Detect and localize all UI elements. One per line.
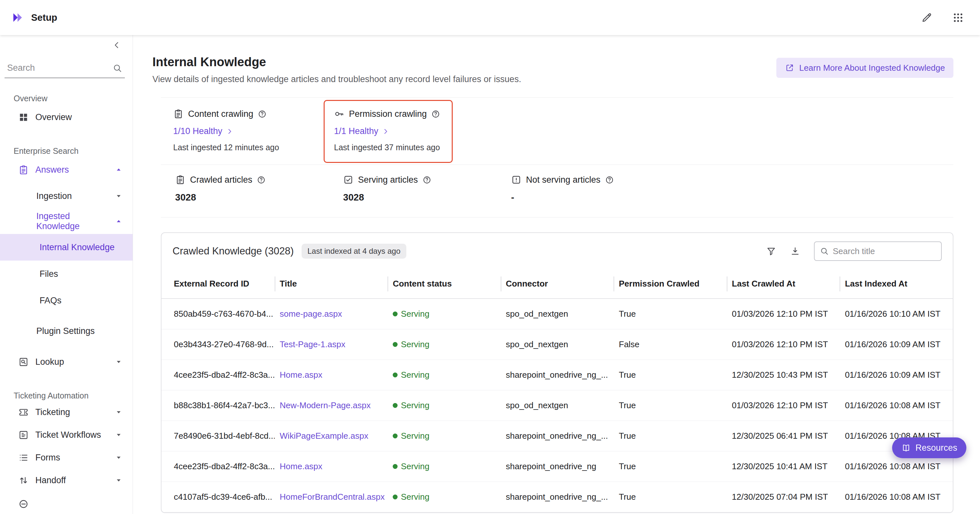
ticket-icon [18,407,29,418]
filter-icon[interactable] [766,246,776,256]
workflow-icon [18,429,29,441]
sidebar-item-label: Overview [35,112,72,122]
stat-label: Permission crawling [349,109,427,119]
sidebar-item-partial[interactable] [0,492,133,514]
col-external-record-id: External Record ID [162,269,275,299]
record-title-link[interactable]: New-Modern-Page.aspx [280,401,371,410]
edit-pencil-icon[interactable] [921,12,932,23]
cell-permission-crawled: True [614,482,727,512]
partial-icon [18,498,29,509]
sidebar-nav: Overview Overview Enterprise Search Answ… [0,94,133,514]
sidebar-item-ingestion[interactable]: Ingestion [0,184,133,209]
clipboard-icon [173,109,183,119]
search-icon [820,247,829,256]
status-dot-icon [393,342,398,347]
crawling-stats-row: Content crawling 1/10 Healthy Last inges… [161,98,953,164]
not-serving-articles-value: - [511,192,679,203]
sidebar-collapse-button[interactable] [112,40,122,51]
sidebar-item-lookup[interactable]: Lookup [0,348,133,375]
learn-more-button[interactable]: Learn More About Ingested Knowledge [776,58,953,78]
cell-last-indexed-at: 01/16/2026 10:08 AM IST [840,390,953,421]
record-title-link[interactable]: HomeForBrandCentral.aspx [280,492,385,502]
content-crawling-health-link[interactable]: 1/10 Healthy [173,126,234,136]
cell-connector: spo_od_nextgen [501,390,614,421]
record-title-link[interactable]: Home.aspx [280,370,323,380]
sidebar-item-ticket-workflows[interactable]: Ticket Workflows [0,423,133,446]
handoff-icon [18,475,29,486]
record-title-link[interactable]: WikiPageExample.aspx [280,431,368,441]
sidebar-item-forms[interactable]: Forms [0,446,133,469]
record-title-link[interactable]: some-page.aspx [280,309,342,319]
learn-more-label: Learn More About Ingested Knowledge [799,63,945,73]
table-row: 850ab459-c763-4670-b4... some-page.aspx … [162,299,953,329]
cell-title: HomeForBrandCentral.aspx [275,482,388,512]
table-search-input[interactable] [833,246,936,256]
col-permission-crawled: Permission Crawled [614,269,727,299]
last-ingested-text: Last ingested 12 minutes ago [173,143,334,152]
download-icon[interactable] [790,246,800,256]
cell-content-status: Serving [388,421,501,451]
sidebar-search[interactable] [5,63,125,78]
sidebar-search-input[interactable] [7,63,113,73]
status-dot-icon [393,372,398,377]
sidebar-item-label: Plugin Settings [36,326,95,336]
help-icon[interactable] [423,176,431,184]
record-title-link[interactable]: Home.aspx [280,461,323,471]
sidebar-item-internal-knowledge[interactable]: Internal Knowledge [0,234,133,260]
sidebar-item-files[interactable]: Files [0,260,133,287]
cell-title: New-Modern-Page.aspx [275,390,388,421]
sidebar-item-plugin-settings[interactable]: Plugin Settings [0,318,133,344]
chevron-right-icon [382,128,390,135]
help-icon[interactable] [258,110,267,118]
resources-button[interactable]: Resources [892,437,966,458]
help-icon[interactable] [257,176,266,184]
crawled-articles-value: 3028 [175,192,343,203]
caret-down-icon [114,430,124,440]
stat-label: Crawled articles [190,175,252,185]
help-icon[interactable] [605,176,614,184]
cell-title: Home.aspx [275,451,388,482]
help-icon[interactable] [431,110,440,118]
cell-title: some-page.aspx [275,299,388,329]
health-value: 1/1 Healthy [334,126,379,136]
sidebar-item-label: Forms [35,453,60,463]
col-title: Title [275,269,388,299]
sidebar-item-handoff[interactable]: Handoff [0,469,133,492]
table-row: b88c38b1-86f4-42a7-bc3... New-Modern-Pag… [162,390,953,421]
last-ingested-text: Last ingested 37 minutes ago [334,143,495,152]
caret-up-icon [114,216,124,226]
sidebar-item-label: Files [40,269,58,279]
cell-external-record-id: c4107af5-dc39-4ce6-afb... [162,482,275,512]
sidebar-item-ingested-knowledge[interactable]: Ingested Knowledge [0,209,133,234]
clipboard-icon [18,164,29,175]
record-title-link[interactable]: Test-Page-1.aspx [280,339,345,349]
sidebar-item-label: Answers [35,165,69,175]
crawled-knowledge-table: External Record ID Title Content status … [162,269,953,512]
cell-title: WikiPageExample.aspx [275,421,388,451]
serving-articles-value: 3028 [343,192,511,203]
sidebar-item-label: Ingested Knowledge [36,211,107,231]
cell-connector: sharepoint_onedrive_ng_... [501,482,614,512]
apps-grid-icon[interactable] [953,12,964,23]
table-title: Crawled Knowledge (3028) [172,245,294,257]
moveworks-logo-icon [12,11,25,24]
cell-permission-crawled: True [614,390,727,421]
topbar-actions [921,12,964,23]
table-row: c4107af5-dc39-4ce6-afb... HomeForBrandCe… [162,482,953,512]
crawled-articles-card: Crawled articles 3028 [175,175,343,203]
cell-last-crawled-at: 12/30/2025 10:41 AM IST [727,451,840,482]
sidebar-item-overview[interactable]: Overview [0,104,133,131]
permission-crawling-health-link[interactable]: 1/1 Healthy [334,126,390,136]
topbar: Setup [0,0,980,35]
app-title: Setup [31,12,57,23]
not-serving-articles-card: Not serving articles - [511,175,679,203]
sidebar-item-faqs[interactable]: FAQs [0,287,133,314]
cell-last-crawled-at: 12/30/2025 10:43 PM IST [727,359,840,390]
sidebar-item-answers[interactable]: Answers [0,156,133,184]
sidebar-item-ticketing[interactable]: Ticketing [0,401,133,423]
table-search[interactable] [814,241,942,261]
cell-connector: spo_od_nextgen [501,329,614,359]
dashboard-icon [18,112,29,123]
caret-down-icon [114,453,124,462]
status-dot-icon [393,434,398,438]
